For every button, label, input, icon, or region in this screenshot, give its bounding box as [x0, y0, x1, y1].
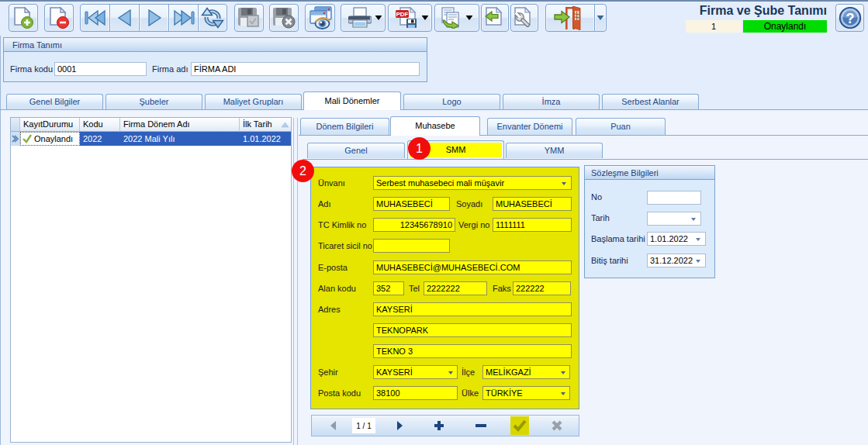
- svg-text:?: ?: [846, 11, 854, 26]
- svg-text:PDF: PDF: [396, 11, 409, 18]
- svg-text:1 / 1: 1 / 1: [356, 422, 372, 430]
